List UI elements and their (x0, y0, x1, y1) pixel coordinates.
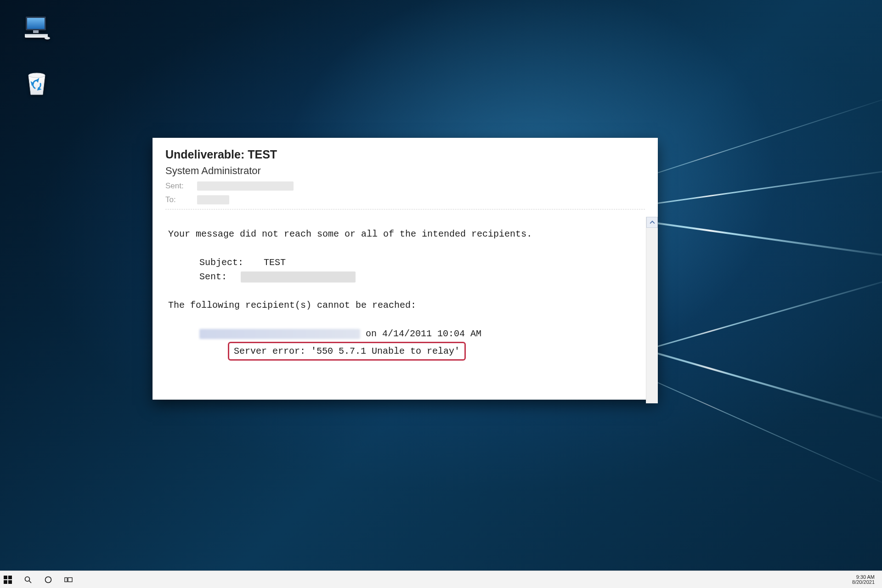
svg-rect-1 (27, 18, 45, 29)
sent-label: Sent: (165, 181, 191, 191)
svg-rect-15 (68, 577, 72, 582)
redacted-recipient-email (199, 329, 360, 339)
system-tray-clock[interactable]: 9:30 AM 8/20/2021 (852, 575, 878, 585)
svg-point-6 (28, 73, 45, 78)
svg-rect-2 (33, 30, 39, 33)
body-sent-label: Sent: (199, 270, 236, 284)
start-button[interactable] (2, 574, 14, 586)
redacted-body-sent (241, 271, 356, 283)
to-label: To: (165, 195, 191, 204)
search-button[interactable] (22, 574, 34, 586)
body-error-line: Server error: '550 5.7.1 Unable to relay… (168, 342, 633, 361)
desktop[interactable]: Undeliverable: TEST System Administrator… (0, 0, 882, 588)
svg-rect-4 (25, 34, 48, 35)
body-line-recipients: The following recipient(s) cannot be rea… (168, 298, 633, 312)
header-separator (165, 209, 645, 209)
svg-rect-9 (4, 580, 7, 584)
clock-date: 8/20/2021 (852, 580, 875, 585)
recipient-timestamp: on 4/14/2011 10:04 AM (366, 328, 481, 339)
clock-time: 9:30 AM (856, 575, 875, 580)
redacted-sent-value (197, 181, 294, 191)
body-sent-row: Sent: (168, 270, 633, 284)
task-view-icon (64, 576, 73, 584)
computer-icon (22, 15, 51, 40)
redacted-to-value (197, 195, 229, 204)
body-subject-label: Subject: (199, 255, 259, 270)
svg-line-12 (29, 581, 32, 583)
svg-point-5 (45, 37, 50, 40)
server-error-highlight: Server error: '550 5.7.1 Unable to relay… (228, 342, 466, 361)
search-icon (24, 576, 32, 584)
body-subject-value: TEST (264, 255, 286, 270)
svg-rect-10 (8, 580, 12, 584)
email-header: Undeliverable: TEST System Administrator… (153, 138, 658, 216)
desktop-icon-recycle-bin[interactable] (15, 69, 59, 98)
svg-point-13 (45, 577, 51, 582)
email-message-window[interactable]: Undeliverable: TEST System Administrator… (153, 138, 658, 400)
email-meta-to: To: (165, 195, 645, 204)
desktop-icon-this-pc[interactable] (15, 15, 59, 40)
email-sender: System Administrator (165, 165, 645, 177)
email-body: Your message did not reach some or all o… (153, 216, 642, 404)
chevron-up-icon (650, 220, 655, 225)
vertical-scrollbar[interactable] (646, 217, 658, 403)
svg-rect-7 (4, 576, 7, 579)
taskbar[interactable]: 9:30 AM 8/20/2021 (0, 571, 882, 588)
svg-rect-14 (65, 577, 67, 582)
body-recipient-line: on 4/14/2011 10:04 AM (168, 327, 633, 341)
cortana-button[interactable] (42, 574, 54, 586)
circle-icon (44, 576, 52, 584)
svg-rect-8 (8, 576, 12, 579)
email-subject-title: Undeliverable: TEST (165, 148, 645, 161)
scroll-up-button[interactable] (646, 217, 658, 228)
taskbar-left (2, 574, 74, 586)
task-view-button[interactable] (62, 574, 74, 586)
recycle-bin-icon (22, 69, 51, 98)
svg-point-11 (25, 577, 30, 581)
body-subject-row: Subject: TEST (168, 255, 633, 270)
server-error-text: Server error: '550 5.7.1 Unable to relay… (234, 346, 460, 356)
email-body-container: Your message did not reach some or all o… (153, 216, 658, 404)
windows-logo-icon (4, 576, 12, 584)
body-line-intro: Your message did not reach some or all o… (168, 227, 633, 241)
email-meta-sent: Sent: (165, 181, 645, 191)
